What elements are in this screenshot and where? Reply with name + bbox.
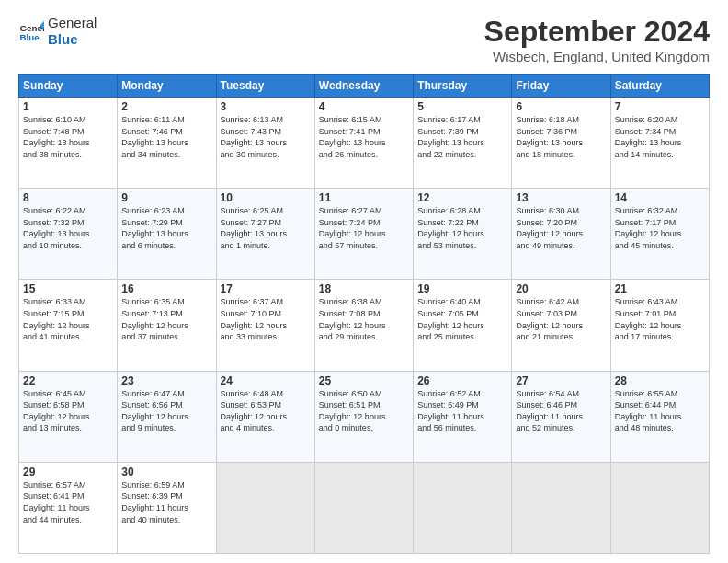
table-row: 1Sunrise: 6:10 AM Sunset: 7:48 PM Daylig… <box>19 98 118 189</box>
day-number: 23 <box>121 374 211 387</box>
day-number: 29 <box>23 465 113 478</box>
calendar-week-row: 15Sunrise: 6:33 AM Sunset: 7:15 PM Dayli… <box>19 280 710 371</box>
day-info: Sunrise: 6:40 AM Sunset: 7:05 PM Dayligh… <box>417 296 507 342</box>
title-block: September 2024 Wisbech, England, United … <box>484 15 710 64</box>
logo-text: General Blue <box>48 15 97 48</box>
calendar-week-row: 29Sunrise: 6:57 AM Sunset: 6:41 PM Dayli… <box>19 462 710 553</box>
table-row: 19Sunrise: 6:40 AM Sunset: 7:05 PM Dayli… <box>414 280 512 371</box>
day-info: Sunrise: 6:59 AM Sunset: 6:39 PM Dayligh… <box>121 479 211 525</box>
table-row <box>314 462 413 553</box>
table-row: 9Sunrise: 6:23 AM Sunset: 7:29 PM Daylig… <box>118 189 216 280</box>
logo-icon: General Blue <box>18 18 44 44</box>
day-info: Sunrise: 6:37 AM Sunset: 7:10 PM Dayligh… <box>221 296 311 342</box>
day-number: 19 <box>417 282 507 295</box>
day-number: 5 <box>417 100 507 113</box>
page: General Blue General Blue September 2024… <box>0 0 728 563</box>
day-number: 6 <box>516 100 606 113</box>
table-row: 6Sunrise: 6:18 AM Sunset: 7:36 PM Daylig… <box>512 98 610 189</box>
day-number: 14 <box>615 191 705 204</box>
table-row: 7Sunrise: 6:20 AM Sunset: 7:34 PM Daylig… <box>610 98 709 189</box>
day-info: Sunrise: 6:57 AM Sunset: 6:41 PM Dayligh… <box>23 479 113 525</box>
table-row: 14Sunrise: 6:32 AM Sunset: 7:17 PM Dayli… <box>610 189 709 280</box>
table-row <box>512 462 610 553</box>
calendar-title: September 2024 <box>484 15 710 49</box>
col-sunday: Sunday <box>19 75 118 98</box>
day-number: 27 <box>516 374 606 387</box>
table-row: 8Sunrise: 6:22 AM Sunset: 7:32 PM Daylig… <box>19 189 118 280</box>
col-tuesday: Tuesday <box>216 75 314 98</box>
table-row: 2Sunrise: 6:11 AM Sunset: 7:46 PM Daylig… <box>118 98 216 189</box>
header: General Blue General Blue September 2024… <box>18 15 710 64</box>
table-row: 11Sunrise: 6:27 AM Sunset: 7:24 PM Dayli… <box>314 189 413 280</box>
day-number: 18 <box>319 282 409 295</box>
day-info: Sunrise: 6:35 AM Sunset: 7:13 PM Dayligh… <box>121 296 211 342</box>
table-row <box>610 462 709 553</box>
col-thursday: Thursday <box>414 75 512 98</box>
calendar-body: 1Sunrise: 6:10 AM Sunset: 7:48 PM Daylig… <box>19 98 710 554</box>
table-row: 24Sunrise: 6:48 AM Sunset: 6:53 PM Dayli… <box>216 371 314 462</box>
day-number: 30 <box>121 465 211 478</box>
table-row <box>414 462 512 553</box>
day-info: Sunrise: 6:18 AM Sunset: 7:36 PM Dayligh… <box>516 114 606 160</box>
day-number: 21 <box>615 282 705 295</box>
calendar-week-row: 22Sunrise: 6:45 AM Sunset: 6:58 PM Dayli… <box>19 371 710 462</box>
day-number: 8 <box>23 191 113 204</box>
day-number: 24 <box>221 374 311 387</box>
calendar-week-row: 8Sunrise: 6:22 AM Sunset: 7:32 PM Daylig… <box>19 189 710 280</box>
day-number: 3 <box>221 100 311 113</box>
day-info: Sunrise: 6:33 AM Sunset: 7:15 PM Dayligh… <box>23 296 113 342</box>
table-row: 16Sunrise: 6:35 AM Sunset: 7:13 PM Dayli… <box>118 280 216 371</box>
day-number: 20 <box>516 282 606 295</box>
day-number: 12 <box>417 191 507 204</box>
calendar-header-row: Sunday Monday Tuesday Wednesday Thursday… <box>19 75 710 98</box>
day-number: 22 <box>23 374 113 387</box>
col-saturday: Saturday <box>610 75 709 98</box>
day-info: Sunrise: 6:22 AM Sunset: 7:32 PM Dayligh… <box>23 205 113 251</box>
day-info: Sunrise: 6:43 AM Sunset: 7:01 PM Dayligh… <box>615 296 705 342</box>
day-info: Sunrise: 6:27 AM Sunset: 7:24 PM Dayligh… <box>319 205 409 251</box>
table-row: 4Sunrise: 6:15 AM Sunset: 7:41 PM Daylig… <box>314 98 413 189</box>
day-number: 4 <box>319 100 409 113</box>
day-info: Sunrise: 6:10 AM Sunset: 7:48 PM Dayligh… <box>23 114 113 160</box>
table-row: 17Sunrise: 6:37 AM Sunset: 7:10 PM Dayli… <box>216 280 314 371</box>
day-info: Sunrise: 6:45 AM Sunset: 6:58 PM Dayligh… <box>23 388 113 434</box>
day-number: 10 <box>221 191 311 204</box>
day-info: Sunrise: 6:25 AM Sunset: 7:27 PM Dayligh… <box>221 205 311 251</box>
day-info: Sunrise: 6:32 AM Sunset: 7:17 PM Dayligh… <box>615 205 705 251</box>
day-info: Sunrise: 6:17 AM Sunset: 7:39 PM Dayligh… <box>417 114 507 160</box>
day-info: Sunrise: 6:28 AM Sunset: 7:22 PM Dayligh… <box>417 205 507 251</box>
day-info: Sunrise: 6:38 AM Sunset: 7:08 PM Dayligh… <box>319 296 409 342</box>
day-number: 26 <box>417 374 507 387</box>
svg-text:Blue: Blue <box>19 32 40 42</box>
table-row: 15Sunrise: 6:33 AM Sunset: 7:15 PM Dayli… <box>19 280 118 371</box>
day-info: Sunrise: 6:23 AM Sunset: 7:29 PM Dayligh… <box>121 205 211 251</box>
day-info: Sunrise: 6:20 AM Sunset: 7:34 PM Dayligh… <box>615 114 705 160</box>
day-number: 25 <box>319 374 409 387</box>
table-row: 18Sunrise: 6:38 AM Sunset: 7:08 PM Dayli… <box>314 280 413 371</box>
day-number: 13 <box>516 191 606 204</box>
day-info: Sunrise: 6:15 AM Sunset: 7:41 PM Dayligh… <box>319 114 409 160</box>
table-row: 25Sunrise: 6:50 AM Sunset: 6:51 PM Dayli… <box>314 371 413 462</box>
day-info: Sunrise: 6:55 AM Sunset: 6:44 PM Dayligh… <box>615 388 705 434</box>
col-wednesday: Wednesday <box>314 75 413 98</box>
table-row: 26Sunrise: 6:52 AM Sunset: 6:49 PM Dayli… <box>414 371 512 462</box>
table-row: 13Sunrise: 6:30 AM Sunset: 7:20 PM Dayli… <box>512 189 610 280</box>
table-row: 12Sunrise: 6:28 AM Sunset: 7:22 PM Dayli… <box>414 189 512 280</box>
day-number: 16 <box>121 282 211 295</box>
logo: General Blue General Blue <box>18 15 97 48</box>
day-number: 15 <box>23 282 113 295</box>
day-info: Sunrise: 6:54 AM Sunset: 6:46 PM Dayligh… <box>516 388 606 434</box>
logo-blue: Blue <box>48 31 97 48</box>
table-row: 20Sunrise: 6:42 AM Sunset: 7:03 PM Dayli… <box>512 280 610 371</box>
day-number: 7 <box>615 100 705 113</box>
calendar-subtitle: Wisbech, England, United Kingdom <box>484 49 710 64</box>
day-info: Sunrise: 6:50 AM Sunset: 6:51 PM Dayligh… <box>319 388 409 434</box>
day-number: 11 <box>319 191 409 204</box>
day-info: Sunrise: 6:13 AM Sunset: 7:43 PM Dayligh… <box>221 114 311 160</box>
day-number: 2 <box>121 100 211 113</box>
table-row: 23Sunrise: 6:47 AM Sunset: 6:56 PM Dayli… <box>118 371 216 462</box>
day-number: 1 <box>23 100 113 113</box>
day-info: Sunrise: 6:48 AM Sunset: 6:53 PM Dayligh… <box>221 388 311 434</box>
table-row: 5Sunrise: 6:17 AM Sunset: 7:39 PM Daylig… <box>414 98 512 189</box>
table-row: 27Sunrise: 6:54 AM Sunset: 6:46 PM Dayli… <box>512 371 610 462</box>
